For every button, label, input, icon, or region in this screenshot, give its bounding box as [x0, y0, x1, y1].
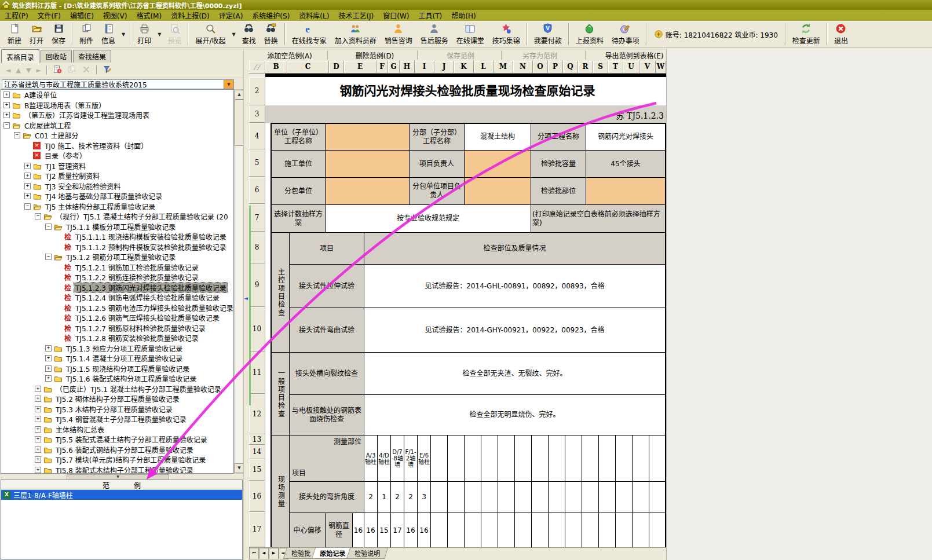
column-header-D[interactable]: D: [329, 61, 344, 74]
expand-icon[interactable]: +: [24, 193, 31, 199]
menu-item-5[interactable]: 资料上报(D): [166, 10, 214, 21]
combobox-dropdown-icon[interactable]: ▼: [224, 80, 233, 89]
column-header-E[interactable]: E: [344, 61, 377, 74]
expand-icon[interactable]: +: [35, 436, 41, 442]
tree-node-13[interactable]: −TJ5.1.1 模板分项工程质量验收记录: [1, 222, 233, 232]
tree-node-22[interactable]: 检TJ5.1.2.6 钢筋气压焊接头检验批质量验收记录: [1, 313, 233, 323]
collapse-icon[interactable]: −: [14, 132, 20, 138]
expand-icon[interactable]: +: [35, 446, 41, 453]
expand-icon[interactable]: +: [45, 365, 52, 372]
toolbar-button-todo[interactable]: 待办事项: [608, 22, 644, 46]
empty-bend-cell-2[interactable]: [465, 482, 481, 513]
empty-measure-header-13[interactable]: [649, 435, 666, 482]
menu-item-6[interactable]: 评定(A): [214, 10, 248, 21]
collapse-arrow-icon[interactable]: ◄: [244, 295, 248, 301]
tree-node-17[interactable]: 检TJ5.1.2.1 钢筋加工检验批质量验收记录: [1, 262, 233, 273]
catalog-combobox[interactable]: 江苏省建筑与市政工程施工质量验收系统2015 ▼: [2, 79, 234, 89]
tree-node-label[interactable]: 目录（参考）: [43, 151, 87, 160]
tree-node-label[interactable]: TJ5.1.5 现浇结构分项工程质量验收记录: [65, 364, 191, 374]
tree-node-label[interactable]: TJ5.1.2.8 钢筋安装检验批质量验收记录: [74, 333, 200, 343]
toolbar-button-service[interactable]: 售后服务: [416, 22, 452, 46]
toolbar-button-new[interactable]: 新建: [3, 22, 25, 46]
empty-measure-header-10[interactable]: [599, 435, 616, 482]
toolbar-button-sales[interactable]: 销售咨询: [381, 22, 416, 46]
sheet-corner-cell[interactable]: [249, 61, 265, 74]
empty-dia-cell-5[interactable]: [515, 513, 532, 548]
tree-node-label[interactable]: TJ5.1.2.1 钢筋加工检验批质量验收记录: [74, 262, 200, 272]
empty-dia-cell-7[interactable]: [549, 513, 565, 548]
tree-node-label[interactable]: TJ5.1.3 预应力分项工程质量验收记录: [65, 343, 184, 353]
tree-node-1[interactable]: +B监理现场用表（第五版）: [1, 100, 233, 111]
tree-node-label[interactable]: TJ5.4 钢管混凝土子分部工程质量验收记录: [54, 414, 188, 424]
tree-node-label[interactable]: TJ5.1.2.4 钢筋电弧焊接头检验批质量验收记录: [74, 292, 221, 302]
menu-item-2[interactable]: 编辑(E): [65, 10, 98, 21]
toolbar-button-tips[interactable]: 技巧集锦: [488, 22, 524, 46]
toolbar-button-update[interactable]: 检查更新: [788, 22, 824, 46]
empty-dia-cell-8[interactable]: [565, 513, 582, 548]
tree-node-11[interactable]: −TJ5 主体结构分部工程质量验收记录: [1, 202, 233, 212]
empty-measure-header-2[interactable]: [465, 435, 481, 482]
tree-node-label[interactable]: TJ5.1.2 钢筋分项工程质量验收记录: [65, 252, 177, 262]
tree-node-label[interactable]: TJ5.1.1 模板分项工程质量验收记录: [65, 222, 177, 232]
toolbar-button-replace[interactable]: 替换: [260, 22, 282, 46]
column-header-O[interactable]: O: [533, 61, 548, 74]
tree-node-label[interactable]: TJ5.1.4 混凝土分项工程质量验收记录: [65, 353, 184, 363]
empty-bend-cell-9[interactable]: [582, 482, 599, 513]
empty-measure-header-11[interactable]: [616, 435, 633, 482]
tree-node-19[interactable]: 检TJ5.1.2.3 钢筋闪光对焊接头检验批质量验收记录: [1, 283, 233, 293]
column-header-T[interactable]: T: [608, 61, 623, 74]
item-name-value[interactable]: 钢筋闪光对焊接头: [586, 124, 666, 151]
dropdown-arrow-icon[interactable]: ▼: [155, 32, 163, 37]
empty-measure-header-4[interactable]: [498, 435, 515, 482]
tree-node-3[interactable]: −C房屋建筑工程: [1, 120, 233, 131]
expand-icon[interactable]: +: [35, 406, 41, 412]
tree-node-label[interactable]: TJ5.1.2.7 钢筋原材料检验批质量验收记录: [74, 323, 207, 333]
row-header-9[interactable]: 9: [249, 263, 265, 307]
toolbar-button-e[interactable]: e在线找专家: [288, 22, 331, 46]
row-header-3[interactable]: 3: [249, 105, 265, 123]
tree-node-label[interactable]: C房屋建筑工程: [23, 120, 72, 130]
tree-node-31[interactable]: +TJ5.3 木结构子分部工程质量验收记录: [1, 404, 233, 415]
row-header-4[interactable]: 4: [249, 123, 265, 149]
toolbar-button-exit[interactable]: 退出: [830, 22, 852, 46]
tree-node-20[interactable]: 检TJ5.1.2.4 钢筋电弧焊接头检验批质量验收记录: [1, 292, 233, 303]
menu-item-11[interactable]: 工具(T): [414, 10, 447, 21]
tree-node-9[interactable]: +TJ3 安全和功能检验资料: [1, 181, 233, 192]
column-header-H[interactable]: H: [400, 61, 415, 74]
tree-node-label[interactable]: TJ5.5 装配式混凝土结构子分部工程质量验收记录: [54, 434, 209, 444]
tree-node-label[interactable]: TJ0 施工、技术管理资料（封面）: [43, 141, 149, 151]
example-toolbar-button-4[interactable]: 导出范例到表格(E): [605, 50, 664, 60]
toolbar-button-upload[interactable]: 上报资料: [572, 22, 608, 46]
empty-bend-cell-5[interactable]: [515, 482, 532, 513]
collapse-icon[interactable]: −: [45, 224, 52, 230]
nav-down-icon[interactable]: ▼: [26, 67, 31, 74]
empty-bend-cell-7[interactable]: [549, 482, 565, 513]
bend-angle-value-0[interactable]: 2: [364, 482, 378, 513]
expand-icon[interactable]: +: [3, 91, 10, 98]
tree-node-label[interactable]: TJ5.1.6 装配式结构分项工程质量验收记录: [65, 374, 198, 383]
toolbar-button-class[interactable]: 在线课堂: [452, 22, 488, 46]
column-header-F[interactable]: F: [377, 61, 388, 74]
empty-bend-cell-0[interactable]: [431, 482, 448, 513]
tree-node-34[interactable]: +TJ5.5 装配式混凝土结构子分部工程质量验收记录: [1, 434, 233, 445]
empty-measure-header-6[interactable]: [532, 435, 549, 482]
rebar-dia-lead-value[interactable]: 16: [353, 513, 364, 548]
tree-node-14[interactable]: 检TJ5.1.1.1 现浇结构模板安装检验批质量验收记录: [1, 232, 233, 242]
filter-icon[interactable]: [103, 65, 112, 76]
menu-item-4[interactable]: 格式(M): [131, 10, 166, 21]
nav-right-icon[interactable]: ►: [36, 67, 41, 74]
tree-node-4[interactable]: −C01 土建部分: [1, 130, 233, 141]
empty-bend-cell-8[interactable]: [565, 482, 582, 513]
tree-node-6[interactable]: ✕目录（参考）: [1, 151, 233, 161]
row-header-11[interactable]: 11: [249, 352, 265, 394]
sheet-tab-2[interactable]: 检验说明: [346, 548, 388, 559]
expand-icon[interactable]: +: [45, 355, 52, 361]
column-header-L[interactable]: L: [474, 61, 494, 74]
menu-item-9[interactable]: 技术工艺(J): [334, 10, 378, 21]
expand-icon[interactable]: +: [35, 456, 41, 463]
tree-node-32[interactable]: +TJ5.4 钢管混凝土子分部工程质量验收记录: [1, 414, 233, 424]
tree-node-12[interactable]: −（现行）TJ5.1 混凝土结构子分部工程质量验收记录 (20: [1, 211, 233, 222]
empty-dia-cell-13[interactable]: [649, 513, 666, 548]
empty-dia-cell-1[interactable]: [448, 513, 465, 548]
tree-node-label[interactable]: C01 土建部分: [34, 130, 79, 140]
